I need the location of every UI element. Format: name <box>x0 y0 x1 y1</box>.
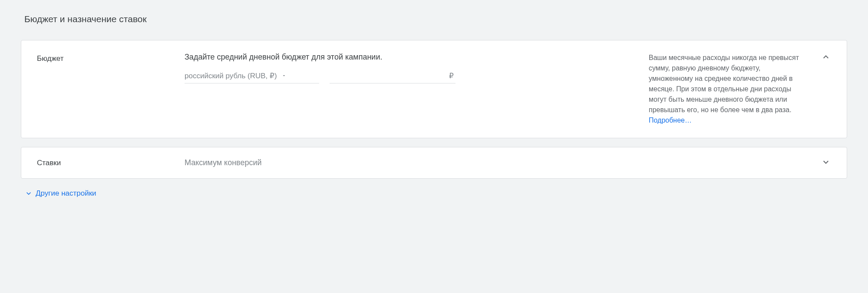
collapse-button[interactable] <box>821 52 831 63</box>
budget-content: Задайте средний дневной бюджет для этой … <box>185 53 566 83</box>
chevron-up-icon <box>821 52 831 62</box>
budget-info: Ваши месячные расходы никогда не превыся… <box>649 53 805 126</box>
budget-heading: Задайте средний дневной бюджет для этой … <box>185 53 566 62</box>
more-settings-toggle[interactable]: Другие настройки <box>21 187 847 200</box>
chevron-down-icon <box>821 157 831 167</box>
budget-card: Бюджет Задайте средний дневной бюджет дл… <box>21 40 847 138</box>
budget-amount-input[interactable] <box>331 72 449 80</box>
chevron-down-icon <box>24 189 33 198</box>
more-settings-label: Другие настройки <box>36 189 96 198</box>
bids-label: Ставки <box>37 159 185 167</box>
dropdown-arrow-icon <box>281 72 287 80</box>
bids-card[interactable]: Ставки Максимум конверсий <box>21 147 847 179</box>
bids-value: Максимум конверсий <box>185 158 814 167</box>
currency-label: российский рубль (RUB, ₽) <box>185 71 277 80</box>
budget-amount-field[interactable]: ₽ <box>330 69 455 83</box>
currency-selector[interactable]: российский рубль (RUB, ₽) <box>185 69 319 83</box>
section-title: Бюджет и назначение ставок <box>21 14 847 24</box>
budget-learn-more-link[interactable]: Подробнее… <box>649 117 692 124</box>
currency-symbol: ₽ <box>449 71 454 80</box>
expand-button[interactable] <box>821 157 831 169</box>
budget-info-text: Ваши месячные расходы никогда не превыся… <box>649 54 799 113</box>
budget-label: Бюджет <box>37 53 185 63</box>
